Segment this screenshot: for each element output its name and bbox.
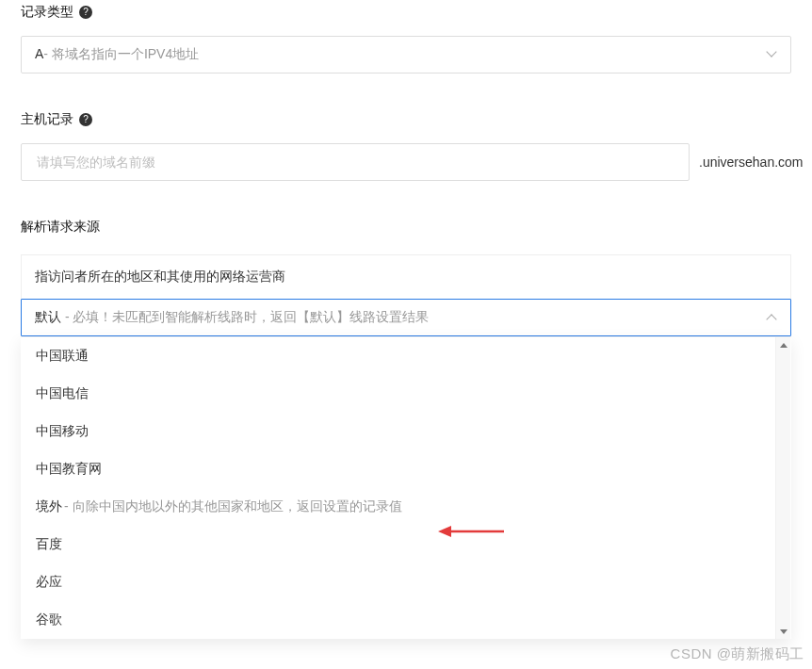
source-option[interactable]: 中国移动 [21,413,791,450]
source-option[interactable]: 中国教育网 [21,450,791,488]
host-record-input[interactable] [35,154,675,171]
source-option-name: 百度 [36,536,62,553]
record-type-group: 记录类型 ? A- 将域名指向一个IPV4地址 [21,0,791,73]
source-option-name: 谷歌 [36,612,62,628]
source-option[interactable]: 境外 - 向除中国内地以外的其他国家和地区，返回设置的记录值 [21,488,791,526]
source-group: 解析请求来源 指访问者所在的地区和其使用的网络运营商 默认 - 必填！未匹配到智… [21,219,791,639]
source-dropdown-scroll: 中国联通 中国电信 中国移动 中国教育网 境外 - 向除中国内地以 [21,337,791,639]
source-option-name: 中国电信 [36,385,89,402]
source-dropdown: 中国联通 中国电信 中国移动 中国教育网 境外 - 向除中国内地以 [21,336,791,639]
source-selected-hint: - 必填！未匹配到智能解析线路时，返回【默认】线路设置结果 [61,309,429,324]
record-type-value-desc: - 将域名指向一个IPV4地址 [43,46,199,61]
record-type-value: A- 将域名指向一个IPV4地址 [35,46,768,63]
host-record-input-wrap [21,143,690,181]
record-type-label-row: 记录类型 ? [21,4,791,21]
source-header-text: 指访问者所在的地区和其使用的网络运营商 [35,269,285,286]
domain-suffix: .universehan.com [699,155,804,170]
source-option-name: 必应 [36,574,62,591]
source-label: 解析请求来源 [21,219,791,236]
source-option-name: 中国联通 [36,348,89,365]
host-record-label: 主机记录 [21,111,73,128]
source-select[interactable]: 默认 - 必填！未匹配到智能解析线路时，返回【默认】线路设置结果 [21,299,791,336]
source-option[interactable]: 百度 [21,526,791,563]
host-record-label-row: 主机记录 ? [21,111,791,128]
source-option[interactable]: 中国联通 [21,337,791,375]
host-record-row: .universehan.com [21,143,791,181]
source-option-name: 中国移动 [36,423,89,440]
record-type-label: 记录类型 [21,4,73,21]
source-option[interactable]: 中国电信 [21,375,791,413]
chevron-up-icon [768,313,777,322]
host-record-group: 主机记录 ? .universehan.com [21,111,791,181]
chevron-down-icon [768,50,777,59]
record-type-select[interactable]: A- 将域名指向一个IPV4地址 [21,36,791,73]
source-option[interactable]: 必应 [21,563,791,601]
watermark: CSDN @萌新搬码工 [671,645,804,663]
source-header: 指访问者所在的地区和其使用的网络运营商 [21,254,791,300]
source-selected: 默认 - 必填！未匹配到智能解析线路时，返回【默认】线路设置结果 [35,309,429,326]
source-option-name: 中国教育网 [36,461,102,478]
source-option[interactable]: 谷歌 [21,601,791,639]
source-option-desc: - 向除中国内地以外的其他国家和地区，返回设置的记录值 [64,498,402,515]
source-option-name: 境外 [36,498,62,515]
help-icon[interactable]: ? [79,113,92,126]
source-selected-name: 默认 [35,309,61,324]
scroll-down-icon[interactable] [776,624,790,639]
record-type-value-prefix: A [35,46,43,61]
help-icon[interactable]: ? [79,6,92,19]
scroll-up-icon[interactable] [776,337,790,352]
scrollbar[interactable] [775,337,790,639]
